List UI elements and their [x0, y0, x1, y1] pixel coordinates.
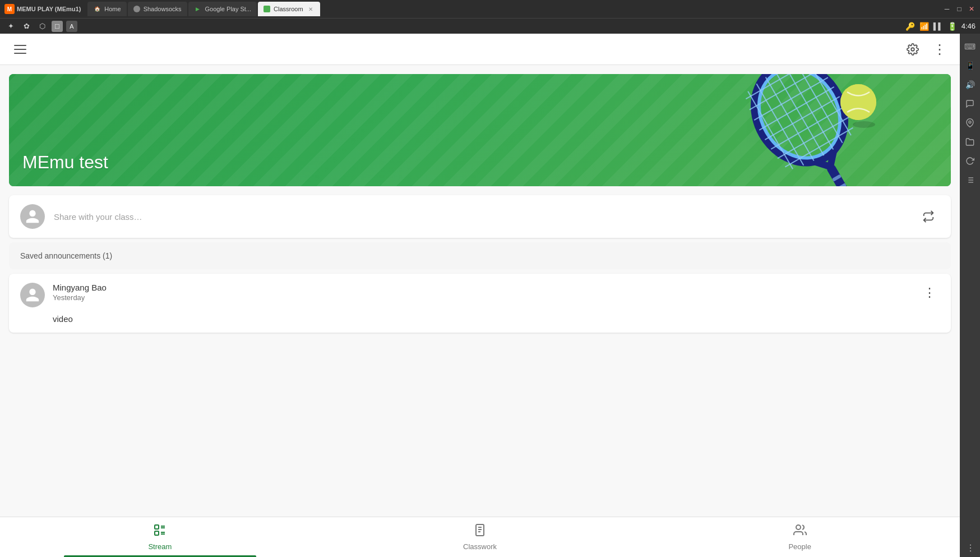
nav-tab-people[interactable]: People [640, 517, 960, 557]
svg-line-10 [748, 91, 793, 169]
tab-home[interactable]: 🏠 Home [87, 2, 126, 16]
post-header: Mingyang Bao Yesterday ⋮ [20, 283, 940, 307]
ham-line-2 [14, 49, 26, 50]
svg-rect-25 [826, 164, 856, 186]
restore-button[interactable]: □ [955, 5, 963, 13]
sidebar-settings-icon[interactable] [961, 172, 978, 188]
svg-rect-33 [155, 531, 159, 535]
sys-icon-1[interactable]: ✦ [4, 20, 17, 33]
app-logo: M MEMU PLAY (MEmu1) [4, 4, 81, 14]
people-label: People [788, 542, 811, 551]
tab-google-play[interactable]: ▶ Google Play St... [188, 2, 257, 16]
banner-illustration [693, 74, 906, 186]
sys-icon-5[interactable]: A [66, 21, 77, 32]
sidebar-folder-icon[interactable] [961, 134, 978, 150]
sidebar-camera-icon[interactable] [961, 95, 978, 112]
right-sidebar: ⌨ 📱 🔊 ⋯ [960, 34, 980, 557]
sidebar-more-dots[interactable]: ⋯ [965, 543, 976, 553]
more-options-button[interactable]: ⋮ [928, 38, 951, 61]
nav-tab-classwork[interactable]: Classwork [320, 517, 640, 557]
tab-classroom-favicon [264, 6, 270, 12]
stream-label: Stream [148, 542, 172, 551]
sys-icon-3[interactable]: ⬡ [36, 20, 48, 33]
stream-icon [153, 523, 167, 540]
class-banner: MEmu test [9, 74, 951, 186]
saved-announcements[interactable]: Saved announcements (1) [9, 242, 951, 269]
title-bar: M MEMU PLAY (MEmu1) 🏠 Home Shadowsocks ▶… [0, 0, 980, 18]
system-bar: ✦ ✿ ⬡ □ A 🔑 📶 ▌▌ 🔋 4:46 [0, 18, 980, 34]
tab-classroom[interactable]: Classroom ✕ [258, 2, 320, 16]
tab-shadowsocks[interactable]: Shadowsocks [128, 2, 187, 16]
sidebar-phone-icon[interactable]: 📱 [961, 57, 978, 74]
svg-point-0 [969, 121, 971, 123]
svg-rect-32 [155, 525, 159, 529]
post-time: Yesterday [53, 293, 912, 302]
tab-home-label: Home [104, 6, 121, 12]
window-controls: ─ □ ✕ [943, 5, 976, 13]
wifi-icon: 📶 [919, 22, 929, 31]
system-icons-right: 🔑 📶 ▌▌ 🔋 4:46 [905, 22, 976, 31]
saved-announcements-label: Saved announcements (1) [20, 251, 112, 260]
close-button[interactable]: ✕ [968, 5, 976, 13]
post-meta: Mingyang Bao Yesterday [53, 283, 912, 302]
svg-point-8 [738, 74, 861, 178]
header-actions: ⋮ [902, 38, 951, 61]
system-icons-left: ✦ ✿ ⬡ □ A [4, 20, 77, 33]
memu-icon: M [4, 4, 15, 14]
app-title: MEMU PLAY (MEmu1) [17, 6, 81, 12]
app-header: ⋮ [0, 34, 960, 65]
ham-line-3 [14, 53, 26, 54]
sidebar-volume-icon[interactable]: 🔊 [961, 76, 978, 93]
tab-home-favicon: 🏠 [93, 5, 101, 13]
people-icon [793, 523, 807, 540]
bottom-nav: Stream Classwork [0, 517, 960, 557]
user-avatar [20, 204, 45, 229]
sys-icon-4[interactable]: □ [52, 21, 63, 32]
svg-point-30 [840, 84, 876, 120]
classwork-label: Classwork [463, 542, 497, 551]
tab-shadowsocks-favicon [133, 6, 140, 12]
sidebar-location-icon[interactable] [961, 114, 978, 131]
share-action-button[interactable] [917, 205, 940, 228]
nav-tab-stream[interactable]: Stream [0, 517, 320, 557]
tab-shadowsocks-label: Shadowsocks [144, 6, 182, 12]
class-name: MEmu test [22, 152, 108, 173]
signal-icon: ▌▌ [933, 22, 943, 30]
app-content[interactable]: MEmu test Share with your class… Save [0, 65, 960, 517]
battery-icon: 🔋 [947, 22, 957, 31]
share-box[interactable]: Share with your class… [9, 195, 951, 238]
tab-google-play-label: Google Play St... [205, 6, 252, 12]
ham-line-1 [14, 45, 26, 46]
vpn-icon: 🔑 [905, 22, 915, 31]
svg-point-42 [796, 525, 801, 530]
post-card: Mingyang Bao Yesterday ⋮ video [9, 274, 951, 333]
tab-classroom-label: Classroom [274, 6, 303, 12]
post-content: video [20, 314, 940, 324]
svg-point-31 [853, 121, 875, 128]
sidebar-keyboard-icon[interactable]: ⌨ [961, 38, 978, 55]
sys-icon-2[interactable]: ✿ [20, 20, 33, 33]
tab-classroom-close[interactable]: ✕ [307, 5, 315, 13]
post-author-avatar [20, 283, 45, 307]
browser-tabs: 🏠 Home Shadowsocks ▶ Google Play St... C… [87, 2, 941, 16]
classwork-icon [473, 523, 487, 540]
hamburger-menu-button[interactable] [9, 38, 31, 61]
svg-point-7 [911, 48, 914, 51]
app-area: ⋮ [0, 34, 960, 557]
minimize-button[interactable]: ─ [943, 5, 951, 13]
tab-google-play-favicon: ▶ [194, 5, 202, 13]
share-input[interactable]: Share with your class… [54, 212, 908, 222]
settings-button[interactable] [902, 38, 924, 61]
svg-line-13 [775, 74, 824, 155]
clock: 4:46 [961, 22, 976, 30]
post-author-name: Mingyang Bao [53, 283, 912, 292]
bottom-spacer [0, 337, 960, 348]
sidebar-rotate-icon[interactable] [961, 153, 978, 169]
post-more-button[interactable]: ⋮ [919, 283, 940, 303]
